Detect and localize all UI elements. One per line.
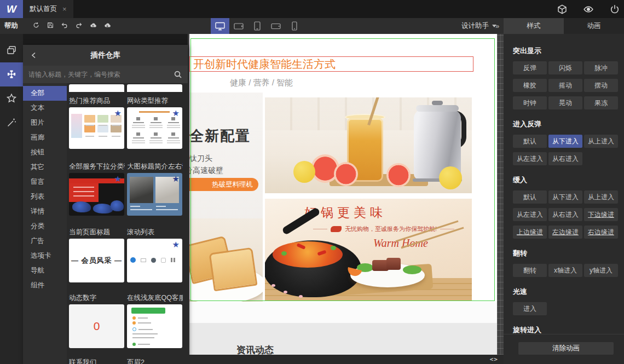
canvas-scrollbar[interactable]	[497, 34, 504, 355]
category-detail[interactable]: 详情	[23, 204, 67, 219]
save-icon[interactable]	[46, 22, 55, 31]
easein-left-edge[interactable]: 左边缘进	[548, 226, 582, 239]
undo-icon[interactable]	[60, 22, 69, 31]
anim-jello[interactable]: 果冻	[584, 96, 618, 109]
plugin-thumb-dropdown-nav[interactable]: ★	[69, 173, 124, 216]
juice-kettle-photo[interactable]	[265, 97, 472, 193]
blender-banner[interactable]: 全新配置 钛刀头 分高速破壁 热破壁料理机	[189, 93, 263, 302]
lightspeed-in[interactable]: 进入	[513, 302, 547, 315]
device-tablet-portrait-icon[interactable]	[248, 18, 267, 34]
plugin-item-title: 全部服务下拉分类带...	[69, 162, 125, 171]
bouncein-default[interactable]: 默认	[513, 135, 547, 148]
cloud-upload-icon[interactable]	[89, 22, 97, 31]
easein-from-bottom[interactable]: 从下进入	[548, 190, 582, 204]
category-text[interactable]: 文本	[23, 101, 67, 115]
preview-eye-icon[interactable]	[583, 4, 593, 14]
animation-panel: 突出显示 反弹 闪烁 脉冲 橡胶 摇动 摆动 时钟 晃动 果冻 进入反弹 默认 …	[504, 34, 624, 364]
category-classify[interactable]: 分类	[23, 219, 67, 234]
anim-rubber[interactable]: 橡胶	[513, 79, 547, 92]
category-tabs[interactable]: 选项卡	[23, 249, 67, 263]
plugin-categories: 全部 文本 图片 画廊 按钮 其它 留言 列表 详情 分类 广告 选项卡 导航 …	[23, 83, 67, 364]
anim-bounce[interactable]: 反弹	[513, 61, 547, 74]
favorite-star-icon[interactable]: ★	[172, 175, 180, 183]
easein-top-edge[interactable]: 上边缘进	[513, 226, 547, 239]
category-gallery[interactable]: 画廊	[23, 130, 67, 145]
back-chevron-icon[interactable]	[23, 45, 45, 66]
anim-shake[interactable]: 摇动	[548, 79, 582, 92]
easein-from-top[interactable]: 从上进入	[584, 190, 618, 204]
category-list[interactable]: 列表	[23, 189, 67, 204]
plugin-thumb-hot-products[interactable]: ★	[69, 107, 124, 149]
favorite-star-icon[interactable]: ★	[172, 109, 180, 117]
wok-banner[interactable]: 好锅更美味 无忧购物，至诚服务为你保驾护航! Warm Home	[265, 199, 472, 301]
category-button[interactable]: 按钮	[23, 145, 67, 160]
sidebar-plugins-button[interactable]	[0, 62, 23, 86]
sidebar-wand-button[interactable]	[0, 111, 23, 135]
components-cube-icon[interactable]	[557, 4, 567, 14]
easein-from-left[interactable]: 从左进入	[513, 208, 547, 221]
device-phone-landscape-icon[interactable]	[267, 18, 285, 34]
device-phone-portrait-icon[interactable]	[285, 18, 304, 34]
tab-animation[interactable]: 动画	[564, 18, 624, 34]
favorite-star-icon[interactable]: ★	[114, 109, 122, 117]
bouncein-from-top[interactable]: 从上进入	[584, 135, 618, 148]
anim-tada[interactable]: 时钟	[513, 96, 547, 109]
toolbar-more-button[interactable]: »	[495, 18, 499, 34]
clear-animation-button[interactable]: 清除动画	[518, 342, 614, 355]
plugin-thumb-partial[interactable]	[69, 84, 124, 92]
power-exit-icon[interactable]	[610, 4, 620, 14]
app-logo[interactable]: W	[0, 0, 23, 18]
page-tab[interactable]: 默认首页 ×	[23, 0, 73, 18]
device-desktop-icon[interactable]	[211, 18, 229, 34]
sidebar-favorites-button[interactable]	[0, 86, 23, 111]
design-canvas[interactable]: 开创新时代健康智能生活方式 健康 / 营养 / 智能 全新配置 钛刀头 分高速破…	[188, 34, 497, 355]
sidebar-pages-button[interactable]	[0, 38, 23, 62]
favorite-star-icon[interactable]: ★	[114, 175, 122, 183]
plugin-thumb-qq-service[interactable]	[127, 304, 182, 348]
tab-close-icon[interactable]: ×	[62, 5, 67, 13]
plugin-search-input[interactable]	[23, 66, 174, 83]
plugin-thumb-dynamic-number[interactable]: 0	[69, 304, 124, 348]
plugin-thumb-page-title[interactable]: — 会员风采 —	[69, 239, 124, 282]
search-icon[interactable]	[174, 70, 182, 79]
easein-right-edge[interactable]: 右边缘进	[584, 226, 618, 239]
banner-pill-button[interactable]: 热破壁料理机	[189, 178, 258, 191]
hero-title-element[interactable]: 开创新时代健康智能生活方式	[189, 56, 473, 72]
refresh-icon[interactable]	[32, 22, 41, 31]
design-assistant-dropdown[interactable]: 设计助手	[461, 18, 496, 34]
flip-y-axis[interactable]: y轴进入	[584, 264, 618, 277]
plugin-thumb-scroll-list[interactable]: ★	[127, 239, 182, 282]
plugin-thumb-site-types[interactable]: ★	[127, 107, 182, 149]
redo-icon[interactable]	[74, 22, 83, 31]
tab-style[interactable]: 样式	[504, 18, 564, 34]
category-all[interactable]: 全部	[23, 86, 67, 101]
bouncein-from-bottom[interactable]: 从下进入	[548, 135, 582, 148]
cloud-download-icon[interactable]	[103, 22, 112, 31]
plugin-thumb-big-image-switch[interactable]: ★	[127, 173, 182, 216]
favorite-star-icon[interactable]: ★	[172, 240, 180, 249]
category-ad[interactable]: 广告	[23, 234, 67, 249]
category-nav[interactable]: 导航	[23, 263, 67, 278]
hero-subtitle[interactable]: 健康 / 营养 / 智能	[230, 78, 293, 88]
flip-flip[interactable]: 翻转	[513, 264, 547, 277]
flip-x-axis[interactable]: x轴进入	[548, 264, 582, 277]
news-section[interactable]: 资讯动态	[189, 323, 497, 355]
category-message[interactable]: 留言	[23, 175, 67, 189]
anim-flash[interactable]: 闪烁	[548, 61, 582, 74]
plugin-item-grid: 热门推荐商品 网站类型推荐 ★ ★	[67, 83, 188, 364]
easein-bottom-edge[interactable]: 下边缘进	[584, 208, 618, 221]
easein-from-right[interactable]: 从右进入	[548, 208, 582, 221]
bouncein-from-right[interactable]: 从右进入	[548, 152, 582, 165]
category-image[interactable]: 图片	[23, 115, 67, 130]
category-widget[interactable]: 组件	[23, 278, 67, 293]
device-tablet-landscape-icon[interactable]	[229, 18, 248, 34]
code-view-icon[interactable]: <>	[490, 356, 498, 363]
bouncein-from-left[interactable]: 从左进入	[513, 152, 547, 165]
plugin-thumb-partial[interactable]	[127, 84, 182, 92]
help-button[interactable]: 帮助	[4, 18, 18, 34]
category-other[interactable]: 其它	[23, 160, 67, 175]
anim-pulse[interactable]: 脉冲	[584, 61, 618, 74]
anim-wobble[interactable]: 晃动	[548, 96, 582, 109]
easein-default[interactable]: 默认	[513, 190, 547, 204]
anim-swing[interactable]: 摆动	[584, 79, 618, 92]
